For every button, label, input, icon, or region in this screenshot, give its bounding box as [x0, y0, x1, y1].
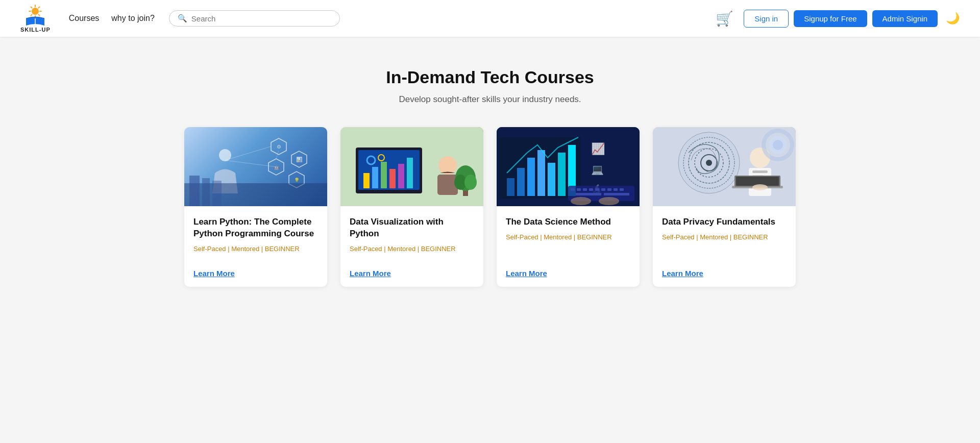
logo-icon: [22, 4, 48, 26]
learn-more-python[interactable]: Learn More: [193, 269, 318, 278]
svg-rect-30: [381, 162, 387, 188]
course-body-datavis: Data Visualization with Python Self-Pace…: [340, 206, 483, 287]
admin-signin-button[interactable]: Admin Signin: [872, 10, 938, 27]
course-meta-privacy: Self-Paced | Mentored | BEGINNER: [662, 233, 787, 241]
course-title-python: Learn Python: The Complete Python Progra…: [193, 216, 318, 240]
svg-line-8: [31, 14, 32, 15]
svg-text:📈: 📈: [591, 142, 605, 156]
svg-point-75: [750, 147, 770, 168]
course-card-python: ⚙ 📊 🤖 💡: [184, 127, 327, 287]
svg-point-41: [464, 175, 477, 190]
svg-text:💡: 💡: [294, 177, 300, 183]
course-body-datasci: The Data Science Method Self-Paced | Men…: [497, 206, 640, 287]
svg-rect-24: [212, 181, 222, 206]
svg-rect-63: [620, 188, 624, 191]
svg-text:⚙: ⚙: [277, 144, 281, 150]
svg-rect-28: [363, 173, 370, 188]
svg-rect-46: [527, 158, 535, 196]
svg-text:🤖: 🤖: [274, 164, 280, 170]
section-subtitle: Develop sought-after skills your industr…: [41, 94, 939, 105]
svg-point-66: [571, 197, 591, 205]
search-icon: 🔍: [178, 14, 187, 23]
course-thumbnail-datavis: [340, 127, 483, 206]
svg-rect-49: [558, 153, 566, 196]
svg-line-7: [39, 7, 40, 8]
svg-rect-62: [614, 188, 618, 191]
svg-line-6: [39, 14, 40, 15]
course-card-privacy: Data Privacy Fundamentals Self-Paced | M…: [653, 127, 796, 287]
learn-more-datasci[interactable]: Learn More: [506, 269, 630, 278]
course-card-datasci: 📈 💻 🔬: [497, 127, 640, 287]
svg-line-18: [225, 146, 271, 160]
svg-rect-64: [576, 193, 601, 195]
nav-links: Courses why to join?: [65, 11, 159, 26]
logo[interactable]: SKILL-UP: [20, 4, 51, 33]
svg-rect-33: [407, 158, 413, 188]
svg-rect-58: [589, 188, 593, 191]
svg-rect-59: [595, 188, 599, 191]
nav-courses[interactable]: Courses: [65, 11, 104, 26]
svg-rect-31: [389, 169, 396, 188]
signin-button[interactable]: Sign in: [744, 10, 789, 28]
logo-text: SKILL-UP: [20, 27, 51, 33]
svg-rect-45: [517, 168, 525, 196]
svg-point-0: [32, 8, 39, 15]
course-title-datasci: The Data Science Method: [506, 216, 630, 228]
svg-rect-23: [202, 178, 210, 206]
svg-rect-65: [604, 193, 629, 195]
svg-point-9: [219, 149, 231, 161]
svg-rect-77: [752, 170, 768, 173]
course-meta-python: Self-Paced | Mentored | BEGINNER: [193, 245, 318, 253]
cart-button[interactable]: 🛒: [716, 10, 733, 27]
course-body-python: Learn Python: The Complete Python Progra…: [184, 206, 327, 287]
search-input[interactable]: [191, 14, 331, 23]
course-title-privacy: Data Privacy Fundamentals: [662, 216, 787, 228]
course-thumbnail-datasci: 📈 💻 🔬: [497, 127, 640, 206]
course-thumbnail-privacy: [653, 127, 796, 206]
svg-line-5: [31, 7, 32, 8]
svg-rect-57: [583, 188, 587, 191]
svg-point-67: [599, 197, 619, 205]
signup-button[interactable]: Signup for Free: [794, 10, 867, 27]
search-bar: 🔍: [169, 10, 340, 27]
svg-rect-55: [571, 188, 575, 191]
svg-rect-56: [577, 188, 581, 191]
cart-icon: 🛒: [716, 10, 733, 27]
svg-rect-82: [736, 177, 779, 186]
course-card-datavis: Data Visualization with Python Self-Pace…: [340, 127, 483, 287]
courses-grid: ⚙ 📊 🤖 💡: [41, 127, 939, 287]
section-title: In-Demand Tech Courses: [41, 67, 939, 87]
nav-why-join[interactable]: why to join?: [107, 11, 159, 26]
svg-rect-32: [398, 164, 404, 188]
course-thumbnail-python: ⚙ 📊 🤖 💡: [184, 127, 327, 206]
course-title-datavis: Data Visualization with Python: [350, 216, 474, 240]
svg-rect-44: [507, 178, 514, 196]
svg-rect-22: [189, 176, 200, 206]
course-meta-datavis: Self-Paced | Mentored | BEGINNER: [350, 245, 474, 253]
learn-more-datavis[interactable]: Learn More: [350, 269, 474, 278]
svg-rect-29: [372, 167, 378, 188]
theme-toggle-button[interactable]: 🌙: [946, 12, 960, 25]
course-meta-datasci: Self-Paced | Mentored | BEGINNER: [506, 233, 630, 241]
svg-rect-60: [601, 188, 605, 191]
svg-text:💻: 💻: [591, 163, 604, 176]
main-content: In-Demand Tech Courses Develop sought-af…: [0, 37, 980, 307]
course-body-privacy: Data Privacy Fundamentals Self-Paced | M…: [653, 206, 796, 287]
svg-point-83: [752, 184, 768, 190]
svg-rect-47: [537, 150, 545, 196]
svg-point-86: [773, 140, 783, 150]
svg-rect-61: [607, 188, 611, 191]
svg-rect-48: [548, 163, 555, 196]
svg-point-74: [706, 160, 712, 166]
navbar: SKILL-UP Courses why to join? 🔍 🛒 Sign i…: [0, 0, 980, 37]
learn-more-privacy[interactable]: Learn More: [662, 269, 787, 278]
svg-text:📊: 📊: [296, 156, 303, 163]
